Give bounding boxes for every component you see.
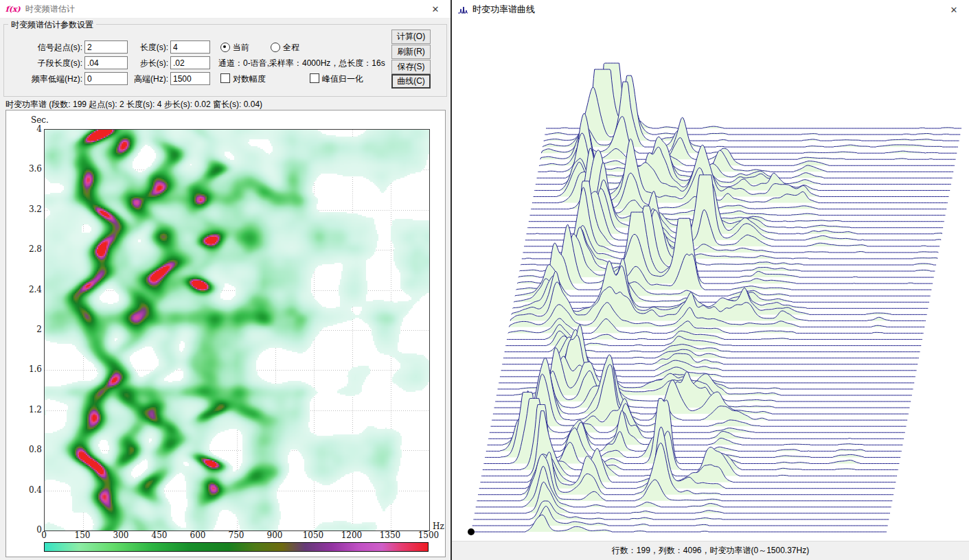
step-label: 步长(s): xyxy=(127,58,168,69)
waterfall-status-text: 行数：199，列数：4096，时变功率谱(0～1500.37Hz) xyxy=(612,545,809,557)
x-tick-label: 900 xyxy=(259,530,290,540)
y-tick-label: 3.2 xyxy=(16,205,42,214)
status-line: 时变功率谱 (段数: 199 起点(s): 2 长度(s): 4 步长(s): … xyxy=(5,99,262,110)
freq-high-label: 高端(Hz): xyxy=(120,74,168,84)
radio-full[interactable] xyxy=(271,43,280,52)
sec-axis-label: Sec. xyxy=(31,115,49,125)
x-tick-label: 1500 xyxy=(413,530,444,540)
y-tick-label: 1.6 xyxy=(16,364,42,374)
x-tick-label: 1200 xyxy=(336,530,367,540)
calculate-button[interactable]: 计算(O) xyxy=(391,30,431,44)
spectrogram-canvas xyxy=(45,130,429,530)
left-titlebar[interactable]: f(x) 时变频谱估计 ✕ xyxy=(0,0,451,19)
close-icon[interactable]: ✕ xyxy=(420,0,451,18)
colorbar xyxy=(44,542,429,552)
step-input[interactable] xyxy=(170,56,210,69)
subseg-length-label: 子段长度(s): xyxy=(17,58,82,69)
x-tick-label: 300 xyxy=(105,530,137,540)
save-button[interactable]: 保存(S) xyxy=(391,60,431,74)
y-tick-label: 2 xyxy=(16,325,42,334)
x-tick-label: 450 xyxy=(144,530,175,540)
length-input[interactable] xyxy=(170,40,210,54)
refresh-button[interactable]: 刷新(R) xyxy=(391,45,431,59)
log-amplitude-checkbox[interactable] xyxy=(220,73,230,83)
y-tick-label: 2.4 xyxy=(16,285,42,294)
x-tick-label: 1350 xyxy=(374,530,406,540)
hz-axis-label: Hz xyxy=(433,522,444,531)
window-title: 时变功率谱曲线 xyxy=(472,3,535,16)
x-tick-label: 150 xyxy=(67,530,98,540)
y-tick-label: 0.8 xyxy=(16,445,42,454)
waterfall-canvas xyxy=(452,19,969,541)
x-tick-label: 750 xyxy=(220,530,252,540)
radio-current[interactable] xyxy=(220,43,230,52)
y-tick-label: 1.2 xyxy=(16,405,42,415)
peak-normalize-checkbox[interactable] xyxy=(310,73,319,83)
y-tick-label: 4 xyxy=(16,124,42,134)
groupbox-title: 时变频谱估计参数设置 xyxy=(8,19,96,31)
peak-normalize-label: 峰值归一化 xyxy=(322,74,363,84)
log-amplitude-label: 对数幅度 xyxy=(233,74,266,84)
spectrum-estimation-window: f(x) 时变频谱估计 ✕ 时变频谱估计参数设置 信号起点(s): 长度(s):… xyxy=(0,0,451,560)
waterfall-app-icon xyxy=(457,4,468,15)
waterfall-statusbar: 行数：199，列数：4096，时变功率谱(0～1500.37Hz) xyxy=(452,541,969,560)
signal-start-label: 信号起点(s): xyxy=(17,43,82,53)
window-title: 时变频谱估计 xyxy=(25,3,75,15)
y-tick-label: 2.8 xyxy=(16,244,42,254)
x-tick-label: 1050 xyxy=(297,530,329,540)
y-tick-label: 3.6 xyxy=(16,164,42,174)
channel-info-text: 通道：0-语音,采样率：4000Hz，总长度：16s xyxy=(218,58,385,69)
x-tick-label: 600 xyxy=(182,530,214,540)
subseg-length-input[interactable] xyxy=(84,56,128,69)
spectrogram-frame xyxy=(44,129,430,531)
freq-low-label: 频率低端(Hz): xyxy=(12,74,82,84)
length-label: 长度(s): xyxy=(127,43,168,53)
y-tick-label: 0.4 xyxy=(16,485,42,495)
waterfall-area xyxy=(452,19,969,541)
radio-current-label: 当前 xyxy=(233,43,249,53)
x-tick-label: 0 xyxy=(28,530,60,540)
right-titlebar[interactable]: 时变功率谱曲线 ✕ xyxy=(452,0,969,19)
curve-button[interactable]: 曲线(C) xyxy=(391,74,431,89)
radio-full-label: 全程 xyxy=(283,43,299,53)
signal-start-input[interactable] xyxy=(84,40,128,54)
close-icon[interactable]: ✕ xyxy=(939,0,969,19)
app-icon: f(x) xyxy=(5,5,21,14)
freq-high-input[interactable] xyxy=(170,72,210,85)
spectrogram-panel: Sec. Hz 43.63.22.82.421.61.20.80.4001503… xyxy=(5,110,446,557)
power-spectrum-curve-window: 时变功率谱曲线 ✕ 行数：199，列数：4096，时变功率谱(0～1500.37… xyxy=(452,0,969,560)
